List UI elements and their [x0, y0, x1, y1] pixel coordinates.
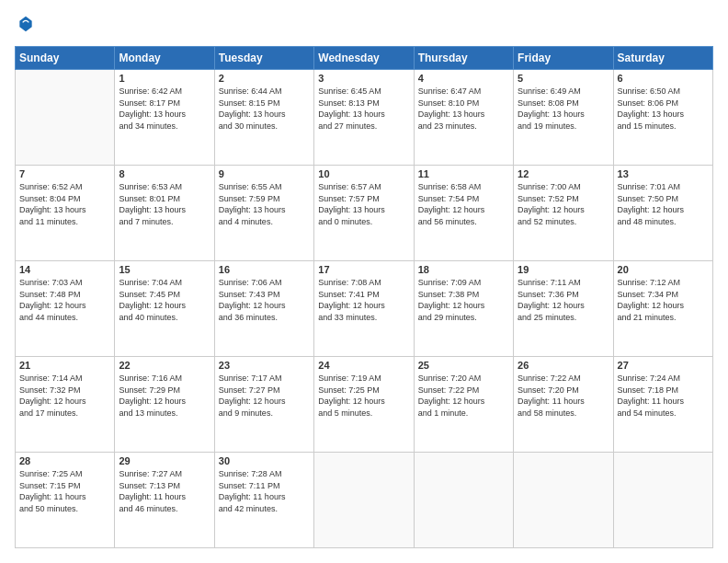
- weekday-header-wednesday: Wednesday: [314, 47, 414, 70]
- day-number: 18: [418, 264, 509, 275]
- day-number: 10: [318, 168, 409, 179]
- calendar-table: SundayMondayTuesdayWednesdayThursdayFrid…: [15, 46, 713, 548]
- day-number: 11: [418, 168, 509, 179]
- day-info: Sunrise: 7:03 AM Sunset: 7:48 PM Dayligh…: [19, 277, 110, 323]
- calendar-cell: 2Sunrise: 6:44 AM Sunset: 8:15 PM Daylig…: [214, 70, 313, 166]
- day-info: Sunrise: 6:55 AM Sunset: 7:59 PM Dayligh…: [219, 181, 310, 227]
- calendar-cell: 3Sunrise: 6:45 AM Sunset: 8:13 PM Daylig…: [314, 70, 414, 166]
- day-info: Sunrise: 7:28 AM Sunset: 7:11 PM Dayligh…: [219, 468, 310, 514]
- day-number: 27: [618, 360, 709, 371]
- calendar-cell: 7Sunrise: 6:52 AM Sunset: 8:04 PM Daylig…: [16, 166, 115, 261]
- calendar-cell: 23Sunrise: 7:17 AM Sunset: 7:27 PM Dayli…: [214, 357, 313, 453]
- day-number: 7: [19, 168, 110, 179]
- day-info: Sunrise: 6:49 AM Sunset: 8:08 PM Dayligh…: [518, 86, 609, 132]
- day-number: 14: [19, 264, 110, 275]
- page: SundayMondayTuesdayWednesdayThursdayFrid…: [0, 0, 728, 563]
- calendar-cell: 18Sunrise: 7:09 AM Sunset: 7:38 PM Dayli…: [414, 261, 513, 357]
- day-info: Sunrise: 7:01 AM Sunset: 7:50 PM Dayligh…: [618, 181, 709, 227]
- calendar-cell: 21Sunrise: 7:14 AM Sunset: 7:32 PM Dayli…: [16, 357, 115, 453]
- week-row-1: 1Sunrise: 6:42 AM Sunset: 8:17 PM Daylig…: [16, 70, 713, 166]
- day-number: 26: [518, 360, 609, 371]
- calendar-cell: 4Sunrise: 6:47 AM Sunset: 8:10 PM Daylig…: [414, 70, 513, 166]
- day-info: Sunrise: 6:44 AM Sunset: 8:15 PM Dayligh…: [219, 86, 310, 132]
- day-info: Sunrise: 6:50 AM Sunset: 8:06 PM Dayligh…: [618, 86, 709, 132]
- day-number: 25: [418, 360, 509, 371]
- day-info: Sunrise: 6:53 AM Sunset: 8:01 PM Dayligh…: [119, 181, 210, 227]
- calendar-cell: [16, 70, 115, 166]
- day-info: Sunrise: 7:27 AM Sunset: 7:13 PM Dayligh…: [119, 468, 210, 514]
- day-number: 1: [119, 73, 210, 84]
- weekday-header-thursday: Thursday: [414, 47, 513, 70]
- day-info: Sunrise: 6:45 AM Sunset: 8:13 PM Dayligh…: [318, 86, 409, 132]
- day-number: 16: [219, 264, 310, 275]
- day-number: 30: [219, 455, 310, 466]
- logo-icon: [17, 15, 35, 33]
- day-info: Sunrise: 7:00 AM Sunset: 7:52 PM Dayligh…: [518, 181, 609, 227]
- weekday-header-friday: Friday: [514, 47, 613, 70]
- day-info: Sunrise: 7:11 AM Sunset: 7:36 PM Dayligh…: [518, 277, 609, 323]
- day-number: 24: [318, 360, 409, 371]
- calendar-cell: 28Sunrise: 7:25 AM Sunset: 7:15 PM Dayli…: [16, 453, 115, 548]
- day-number: 15: [119, 264, 210, 275]
- day-number: 13: [618, 168, 709, 179]
- calendar-cell: 8Sunrise: 6:53 AM Sunset: 8:01 PM Daylig…: [115, 166, 214, 261]
- calendar-cell: 26Sunrise: 7:22 AM Sunset: 7:20 PM Dayli…: [514, 357, 613, 453]
- day-info: Sunrise: 7:20 AM Sunset: 7:22 PM Dayligh…: [418, 373, 509, 419]
- calendar-cell: 24Sunrise: 7:19 AM Sunset: 7:25 PM Dayli…: [314, 357, 414, 453]
- week-row-5: 28Sunrise: 7:25 AM Sunset: 7:15 PM Dayli…: [16, 453, 713, 548]
- calendar-cell: 16Sunrise: 7:06 AM Sunset: 7:43 PM Dayli…: [214, 261, 313, 357]
- day-info: Sunrise: 7:06 AM Sunset: 7:43 PM Dayligh…: [219, 277, 310, 323]
- day-number: 22: [119, 360, 210, 371]
- logo: [15, 15, 39, 37]
- calendar-cell: 14Sunrise: 7:03 AM Sunset: 7:48 PM Dayli…: [16, 261, 115, 357]
- day-info: Sunrise: 7:16 AM Sunset: 7:29 PM Dayligh…: [119, 373, 210, 419]
- calendar-cell: 20Sunrise: 7:12 AM Sunset: 7:34 PM Dayli…: [613, 261, 712, 357]
- day-number: 2: [219, 73, 310, 84]
- calendar-cell: 9Sunrise: 6:55 AM Sunset: 7:59 PM Daylig…: [214, 166, 313, 261]
- calendar-cell: 17Sunrise: 7:08 AM Sunset: 7:41 PM Dayli…: [314, 261, 414, 357]
- day-info: Sunrise: 7:17 AM Sunset: 7:27 PM Dayligh…: [219, 373, 310, 419]
- day-info: Sunrise: 6:42 AM Sunset: 8:17 PM Dayligh…: [119, 86, 210, 132]
- day-number: 4: [418, 73, 509, 84]
- day-number: 3: [318, 73, 409, 84]
- calendar-cell: 10Sunrise: 6:57 AM Sunset: 7:57 PM Dayli…: [314, 166, 414, 261]
- calendar-cell: 30Sunrise: 7:28 AM Sunset: 7:11 PM Dayli…: [214, 453, 313, 548]
- calendar-cell: 13Sunrise: 7:01 AM Sunset: 7:50 PM Dayli…: [613, 166, 712, 261]
- week-row-4: 21Sunrise: 7:14 AM Sunset: 7:32 PM Dayli…: [16, 357, 713, 453]
- day-info: Sunrise: 7:24 AM Sunset: 7:18 PM Dayligh…: [618, 373, 709, 419]
- day-number: 20: [618, 264, 709, 275]
- day-info: Sunrise: 7:25 AM Sunset: 7:15 PM Dayligh…: [19, 468, 110, 514]
- day-info: Sunrise: 7:14 AM Sunset: 7:32 PM Dayligh…: [19, 373, 110, 419]
- day-number: 28: [19, 455, 110, 466]
- day-number: 21: [19, 360, 110, 371]
- day-info: Sunrise: 6:58 AM Sunset: 7:54 PM Dayligh…: [418, 181, 509, 227]
- day-info: Sunrise: 7:04 AM Sunset: 7:45 PM Dayligh…: [119, 277, 210, 323]
- day-number: 6: [618, 73, 709, 84]
- day-number: 23: [219, 360, 310, 371]
- day-info: Sunrise: 7:12 AM Sunset: 7:34 PM Dayligh…: [618, 277, 709, 323]
- calendar-cell: [414, 453, 513, 548]
- day-number: 19: [518, 264, 609, 275]
- weekday-header-saturday: Saturday: [613, 47, 712, 70]
- day-number: 5: [518, 73, 609, 84]
- calendar-cell: 25Sunrise: 7:20 AM Sunset: 7:22 PM Dayli…: [414, 357, 513, 453]
- day-info: Sunrise: 7:19 AM Sunset: 7:25 PM Dayligh…: [318, 373, 409, 419]
- calendar-cell: 12Sunrise: 7:00 AM Sunset: 7:52 PM Dayli…: [514, 166, 613, 261]
- day-number: 12: [518, 168, 609, 179]
- day-info: Sunrise: 7:08 AM Sunset: 7:41 PM Dayligh…: [318, 277, 409, 323]
- calendar-cell: 15Sunrise: 7:04 AM Sunset: 7:45 PM Dayli…: [115, 261, 214, 357]
- day-info: Sunrise: 6:57 AM Sunset: 7:57 PM Dayligh…: [318, 181, 409, 227]
- calendar-cell: 5Sunrise: 6:49 AM Sunset: 8:08 PM Daylig…: [514, 70, 613, 166]
- day-number: 17: [318, 264, 409, 275]
- calendar-cell: 27Sunrise: 7:24 AM Sunset: 7:18 PM Dayli…: [613, 357, 712, 453]
- calendar-cell: 22Sunrise: 7:16 AM Sunset: 7:29 PM Dayli…: [115, 357, 214, 453]
- day-number: 29: [119, 455, 210, 466]
- day-info: Sunrise: 7:09 AM Sunset: 7:38 PM Dayligh…: [418, 277, 509, 323]
- weekday-header-sunday: Sunday: [16, 47, 115, 70]
- day-number: 9: [219, 168, 310, 179]
- weekday-header-monday: Monday: [115, 47, 214, 70]
- calendar-cell: 19Sunrise: 7:11 AM Sunset: 7:36 PM Dayli…: [514, 261, 613, 357]
- day-info: Sunrise: 6:52 AM Sunset: 8:04 PM Dayligh…: [19, 181, 110, 227]
- calendar-cell: [514, 453, 613, 548]
- calendar-cell: [613, 453, 712, 548]
